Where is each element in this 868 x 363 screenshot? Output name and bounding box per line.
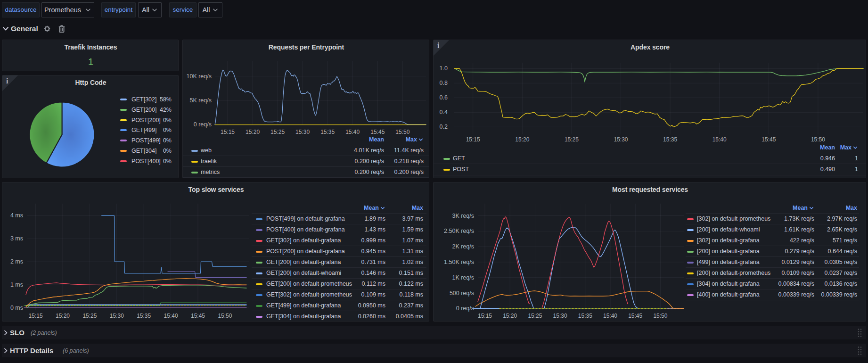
svg-text:15:20: 15:20 (503, 313, 517, 319)
svg-text:1 ms: 1 ms (10, 281, 23, 288)
svg-text:3K req/s: 3K req/s (452, 213, 474, 219)
svg-text:15:15: 15:15 (29, 313, 43, 319)
svg-text:15:20: 15:20 (515, 136, 529, 143)
svg-text:0.6: 0.6 (440, 94, 448, 101)
svg-text:15:30: 15:30 (553, 313, 567, 319)
svg-text:15:20: 15:20 (56, 313, 70, 319)
svg-text:3 ms: 3 ms (10, 235, 23, 242)
svg-text:15:30: 15:30 (295, 129, 310, 135)
svg-text:15:20: 15:20 (246, 129, 260, 135)
svg-text:15:30: 15:30 (110, 313, 124, 319)
svg-text:SLO: SLO (10, 329, 25, 337)
svg-text:2 ms: 2 ms (10, 258, 23, 265)
svg-text:5K req/s: 5K req/s (189, 97, 212, 104)
svg-text:15:40: 15:40 (603, 313, 617, 319)
svg-text:15:15: 15:15 (478, 313, 492, 319)
svg-text:15:35: 15:35 (320, 129, 335, 135)
svg-text:10K req/s: 10K req/s (186, 73, 212, 80)
svg-text:0 req/s: 0 req/s (194, 121, 212, 128)
svg-text:15:25: 15:25 (528, 313, 542, 319)
svg-text:15:40: 15:40 (712, 136, 727, 143)
svg-text:15:35: 15:35 (578, 313, 592, 319)
svg-text:15:15: 15:15 (221, 129, 235, 135)
svg-text:500 req/s: 500 req/s (450, 290, 474, 297)
svg-text:15:50: 15:50 (811, 136, 825, 143)
svg-text:15:50: 15:50 (218, 313, 232, 319)
svg-text:1.50K req/s: 1.50K req/s (444, 259, 474, 265)
svg-text:15:25: 15:25 (82, 313, 97, 319)
svg-text:15:45: 15:45 (628, 313, 642, 319)
svg-text:(2 panels): (2 panels) (31, 330, 57, 336)
svg-text:2K req/s: 2K req/s (452, 243, 474, 250)
svg-text:0.2: 0.2 (440, 124, 448, 130)
svg-text:0 req/s: 0 req/s (456, 305, 474, 312)
svg-text:0 ms: 0 ms (10, 305, 23, 311)
svg-text:15:40: 15:40 (164, 313, 178, 319)
svg-text:15:40: 15:40 (345, 129, 360, 135)
svg-text:HTTP Details: HTTP Details (10, 346, 53, 355)
svg-text:General: General (11, 25, 38, 33)
svg-text:(6 panels): (6 panels) (63, 347, 89, 354)
svg-text:15:30: 15:30 (614, 136, 628, 143)
svg-text:15:50: 15:50 (653, 313, 667, 319)
svg-text:1.0: 1.0 (440, 65, 448, 72)
svg-text:15:45: 15:45 (762, 136, 776, 143)
svg-text:15:15: 15:15 (466, 136, 480, 143)
svg-text:2.50K req/s: 2.50K req/s (444, 228, 474, 234)
svg-text:1K req/s: 1K req/s (452, 274, 474, 281)
svg-text:15:35: 15:35 (663, 136, 677, 143)
svg-text:15:35: 15:35 (137, 313, 151, 319)
svg-text:0.8: 0.8 (440, 80, 448, 86)
svg-text:15:25: 15:25 (565, 136, 579, 143)
svg-text:15:25: 15:25 (270, 129, 285, 135)
svg-text:0.4: 0.4 (440, 109, 448, 116)
svg-text:15:45: 15:45 (191, 313, 205, 319)
svg-text:4 ms: 4 ms (10, 212, 23, 219)
